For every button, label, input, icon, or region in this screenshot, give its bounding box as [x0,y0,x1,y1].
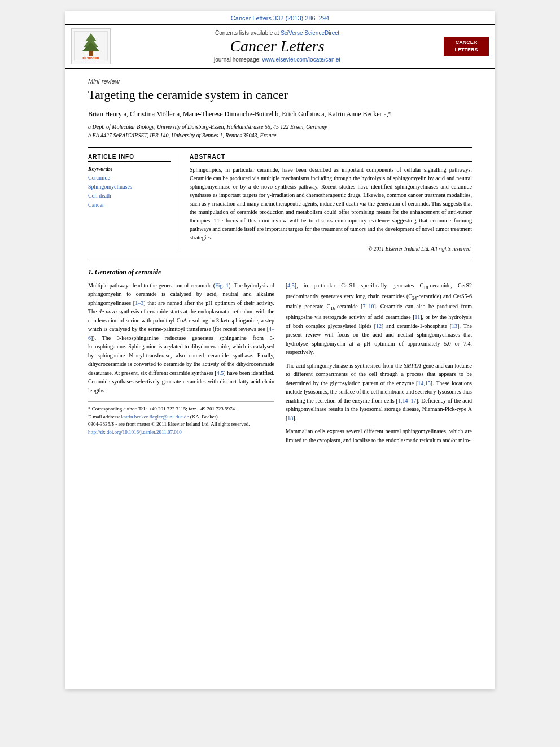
authors-text: Brian Henry a, Christina Möller a, Marie… [88,110,392,118]
cancer-letters-badge: CANCER LETTERS [444,37,489,55]
fig1-link[interactable]: Fig. 1 [215,282,229,289]
keyword-ceramide[interactable]: Ceramide [88,173,171,182]
body-para-1: Multiple pathways lead to the generation… [88,281,274,395]
ref-13[interactable]: 13 [452,323,457,329]
authors: Brian Henry a, Christina Möller a, Marie… [88,109,472,119]
ref-12[interactable]: 12 [376,323,382,329]
ref-4-5[interactable]: 4,5 [217,370,224,376]
abstract-title: ABSTRACT [190,154,472,162]
affiliations: a Dept. of Molecular Biology, University… [88,123,472,139]
copyright: © 2011 Elsevier Ireland Ltd. All rights … [190,246,472,252]
ref-11[interactable]: 11 [415,314,421,320]
article-type: Mini-review [88,78,472,85]
keyword-cell-death[interactable]: Cell death [88,191,171,200]
main-content: Mini-review Targeting the ceramide syste… [65,69,495,460]
journal-title: Cancer Letters [116,37,438,55]
ref-4-5-r[interactable]: 4,5 [287,282,295,289]
footnote-section: * Corresponding author. Tel.: +49 201 72… [88,401,274,436]
body-para-3: The acid sphingomyelinase is synthesised… [286,361,472,423]
svg-rect-4 [89,51,93,56]
journal-contents-line: Contents lists available at SciVerse Sci… [116,30,438,36]
body-two-col: Multiple pathways lead to the generation… [88,281,472,449]
ref-4-6[interactable]: 4–6 [88,326,274,341]
body-para-4: Mammalian cells express several differen… [286,427,472,444]
journal-homepage: journal homepage: www.elsevier.com/locat… [116,56,438,63]
article-info: ARTICLE INFO Keywords: Ceramide Sphingom… [88,154,178,252]
sciverse-link[interactable]: SciVerse ScienceDirect [281,30,339,36]
email-line: E-mail address: katrin.becker-flegler@un… [88,413,274,421]
doi-line: http://dx.doi.org/10.1016/j.canlet.2011.… [88,429,274,436]
affiliation-b: b EA 4427 SeRAIC/IRSET, IFR 140, Univers… [88,131,472,139]
ref-18[interactable]: 18 [287,415,293,421]
keyword-cancer[interactable]: Cancer [88,200,171,209]
elsevier-tree-icon: ELSEVIER [74,31,108,60]
section-divider [88,260,472,260]
article-info-title: ARTICLE INFO [88,154,171,162]
corresponding-text: * Corresponding author. Tel.: +49 201 72… [88,406,236,412]
abstract-section: ABSTRACT Sphingolipids, in particular ce… [190,154,472,252]
corresponding-author: * Corresponding author. Tel.: +49 201 72… [88,405,274,413]
keyword-sphingomyelinases[interactable]: Sphingomyelinases [88,182,171,191]
citation-link[interactable]: Cancer Letters 332 (2013) 286–294 [65,11,495,24]
abstract-text: Sphingolipids, in particular ceramide, h… [190,165,472,242]
email-label: E-mail address: [88,414,120,420]
contents-text: Contents lists available at [215,30,279,36]
badge-line1: CANCER [448,39,484,46]
journal-header: ELSEVIER Contents lists available at Sci… [65,24,495,69]
body-col-right: [4,5], in particular CerS1 specifically … [286,281,472,449]
ref-1-14-17[interactable]: 1,14–17 [398,397,417,404]
badge-line2: LETTERS [448,46,484,54]
body-para-2: [4,5], in particular CerS1 specifically … [286,281,472,357]
section1: 1. Generation of ceramide Multiple pathw… [88,268,472,449]
keywords-list: Ceramide Sphingomyelinases Cell death Ca… [88,173,171,209]
copyright-line: 0304-3835/$ - see front matter © 2011 El… [88,421,274,429]
journal-center: Contents lists available at SciVerse Sci… [116,30,438,63]
keywords-title: Keywords: [88,165,171,172]
article-title: Targeting the ceramide system in cancer [88,87,472,103]
email-suffix: (KA. Becker). [190,414,219,420]
journal-logo-right: CANCER LETTERS [444,37,489,55]
citation-text: Cancer Letters 332 (2013) 286–294 [231,15,329,21]
ref-14-15[interactable]: 14,15 [418,380,431,386]
homepage-url[interactable]: www.elsevier.com/locate/canlet [262,56,340,63]
section1-title: 1. Generation of ceramide [88,268,472,277]
ref-1-3[interactable]: 1–3 [135,300,143,306]
homepage-label: journal homepage: [214,56,261,63]
elsevier-logo: ELSEVIER [71,28,111,64]
email-link[interactable]: katrin.becker-flegler@uni-due.de [121,414,189,420]
info-abstract-section: ARTICLE INFO Keywords: Ceramide Sphingom… [88,147,472,252]
doi-link[interactable]: http://dx.doi.org/10.1016/j.canlet.2011.… [88,429,182,435]
affiliation-a: a Dept. of Molecular Biology, University… [88,123,472,131]
body-col-left: Multiple pathways lead to the generation… [88,281,274,449]
svg-text:ELSEVIER: ELSEVIER [82,56,99,60]
ref-7-10[interactable]: 7–10 [362,303,374,309]
page: Cancer Letters 332 (2013) 286–294 ELSEVI… [65,11,495,689]
